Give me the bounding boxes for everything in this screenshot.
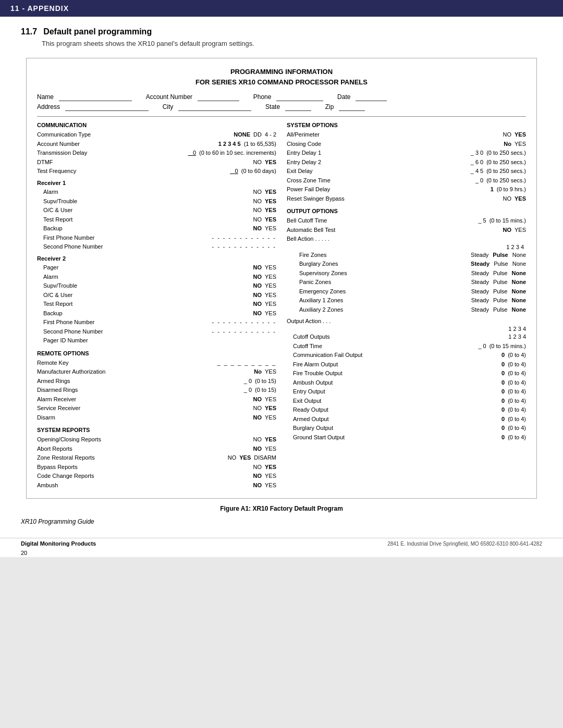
r2-first-dashes: - - - - - - - - - - - -: [212, 318, 276, 327]
burglary-zones-values: Steady Pulse None: [471, 260, 526, 269]
test-freq-row: Test Frequency _ 0 (0 to 60 days): [37, 167, 276, 176]
armed-rings-range: (0 to 15): [255, 377, 276, 386]
account-num-row: Account Number 1 2 3 4 5 (1 to 65,535): [37, 140, 276, 149]
disarm-row: Disarm NO YES: [37, 413, 276, 422]
r1-second-phone-row: Second Phone Number - - - - - - - - - - …: [37, 242, 276, 251]
exit-delay-label: Exit Delay: [287, 167, 471, 176]
zone-restoral-no: NO: [228, 453, 237, 462]
co-val: 1 2 3 4: [508, 332, 526, 341]
ready-output-values: 0 (0 to 4): [501, 405, 526, 414]
sz-steady: Steady: [471, 269, 489, 278]
fire-alarm-output-values: 0 (0 to 4): [501, 360, 526, 369]
test-freq-values: _ 0 (0 to 60 days): [230, 167, 276, 176]
system-options-header: System Options: [287, 122, 526, 128]
cutoff-outputs-label: Cutoff Outputs: [287, 332, 508, 341]
r1-oc-row: O/C & User NO YES: [37, 206, 276, 215]
exo-val: 0: [501, 397, 505, 405]
ambush-output-row: Ambush Output 0 (0 to 4): [287, 378, 526, 387]
cfo-range: (0 to 4): [508, 351, 526, 360]
comm-type-values: NONE DD 4 - 2: [234, 130, 276, 139]
gso-range: (0 to 4): [508, 433, 526, 442]
cz-val: _ 0: [475, 176, 483, 185]
entry-delay2-row: Entry Delay 2 _ 6 0 (0 to 250 secs.): [287, 158, 526, 167]
dtmf-values: NO YES: [253, 158, 276, 167]
eo-val: 0: [501, 387, 505, 396]
disarm-yes: YES: [265, 413, 276, 422]
intro-text: This program sheets shows the XR10 panel…: [42, 40, 542, 47]
alarm-receiver-values: NO YES: [253, 395, 276, 404]
code-change-row: Code Change Reports NO YES: [37, 472, 276, 480]
r2-first-phone-label: First Phone Number: [37, 318, 212, 327]
r1-alarm-values: NO YES: [253, 188, 276, 196]
ez-steady: Steady: [471, 287, 489, 297]
exit-delay-val: _ 4 5: [471, 167, 483, 176]
test-freq-range: (0 to 60 days): [241, 167, 276, 176]
service-receiver-values: NO YES: [253, 404, 276, 413]
bz-pulse: Pulse: [494, 260, 508, 269]
rsb-yes: YES: [515, 194, 526, 203]
r2-oc-row: O/C & User NO YES: [37, 291, 276, 300]
footer-brand: Digital Monitoring Products: [21, 540, 96, 547]
armed-output-row: Armed Output 0 (0 to 4): [287, 415, 526, 424]
ground-start-output-row: Ground Start Output 0 (0 to 4): [287, 433, 526, 442]
page-footer: Digital Monitoring Products 2841 E. Indu…: [0, 538, 563, 549]
cc-yes: YES: [515, 140, 526, 149]
r2-oc-no: NO: [253, 291, 262, 300]
address-row: Address City State Zip: [37, 103, 526, 111]
communication-header: Communication: [37, 122, 276, 128]
output-options-header: Output Options: [287, 208, 526, 214]
cz-range: (0 to 250 secs.): [486, 176, 526, 185]
power-fail-row: Power Fail Delay 1 (0 to 9 hrs.): [287, 185, 526, 194]
account-field[interactable]: [198, 93, 239, 101]
r2-pager-id-row: Pager ID Number: [37, 336, 276, 345]
ao-val: 0: [501, 378, 505, 387]
cutoff-time-values: _ 0 (0 to 15 mins.): [478, 342, 526, 351]
entry-delay1-values: _ 3 0 (0 to 250 secs.): [471, 149, 526, 157]
pz-steady: Steady: [471, 278, 489, 287]
r1-test-no: NO: [253, 215, 262, 224]
r2-oc-label: O/C & User: [37, 291, 253, 300]
fire-alarm-output-row: Fire Alarm Output 0 (0 to 4): [287, 360, 526, 369]
alarm-receiver-row: Alarm Receiver NO YES: [37, 395, 276, 404]
ambush-reports-row: Ambush NO YES: [37, 481, 276, 490]
dtmf-no: NO: [253, 158, 262, 167]
bypass-yes: YES: [265, 463, 276, 472]
address-field[interactable]: [65, 103, 149, 111]
fire-zones-label: Fire Zones: [287, 251, 471, 260]
r2-second-phone-label: Second Phone Number: [37, 327, 212, 336]
reset-swinger-values: NO YES: [503, 194, 526, 203]
exit-delay-row: Exit Delay _ 4 5 (0 to 250 secs.): [287, 167, 526, 176]
name-field[interactable]: [59, 93, 132, 101]
comm-fail-output-label: Communication Fail Output: [287, 351, 501, 360]
form-title: PROGRAMMING INFORMATION For Series XR10 …: [37, 67, 526, 87]
zip-field[interactable]: [339, 103, 365, 111]
phone-field[interactable]: [276, 93, 323, 101]
right-column: System Options All/Perimeter NO YES Clos…: [287, 122, 526, 490]
state-field[interactable]: [285, 103, 311, 111]
closing-code-label: Closing Code: [287, 140, 504, 149]
date-field[interactable]: [356, 93, 387, 101]
test-freq-val: _ 0: [230, 167, 238, 176]
ed2-val: _ 6 0: [471, 158, 483, 167]
service-receiver-no: NO: [253, 404, 262, 413]
form-title-line2: For Series XR10 COMMAND PROCESSOR Panels: [37, 77, 526, 88]
aux2-zones-values: Steady Pulse None: [471, 305, 526, 315]
burglary-zones-row: Burglary Zones Steady Pulse None: [287, 260, 526, 269]
ambush-reports-label: Ambush: [37, 481, 253, 490]
r2-alarm-label: Alarm: [37, 273, 253, 281]
city-field[interactable]: [178, 103, 251, 111]
main-columns: Communication Communication Type NONE DD…: [37, 122, 526, 490]
exo-range: (0 to 4): [508, 397, 526, 405]
r1-oc-yes: YES: [265, 206, 276, 215]
r2-supv-row: Supv/Trouble NO YES: [37, 281, 276, 290]
ambush-reports-values: NO YES: [253, 481, 276, 490]
r2-pager-yes: YES: [265, 263, 276, 272]
ed1-val: _ 3 0: [471, 149, 483, 157]
ambush-output-values: 0 (0 to 4): [501, 378, 526, 387]
r1-supv-no: NO: [253, 197, 262, 206]
r1-oc-values: NO YES: [253, 206, 276, 215]
r2-second-phone-row: Second Phone Number - - - - - - - - - - …: [37, 327, 276, 336]
ap-no: NO: [503, 130, 511, 139]
bypass-reports-label: Bypass Reports: [37, 463, 253, 472]
date-label: Date: [337, 93, 350, 101]
